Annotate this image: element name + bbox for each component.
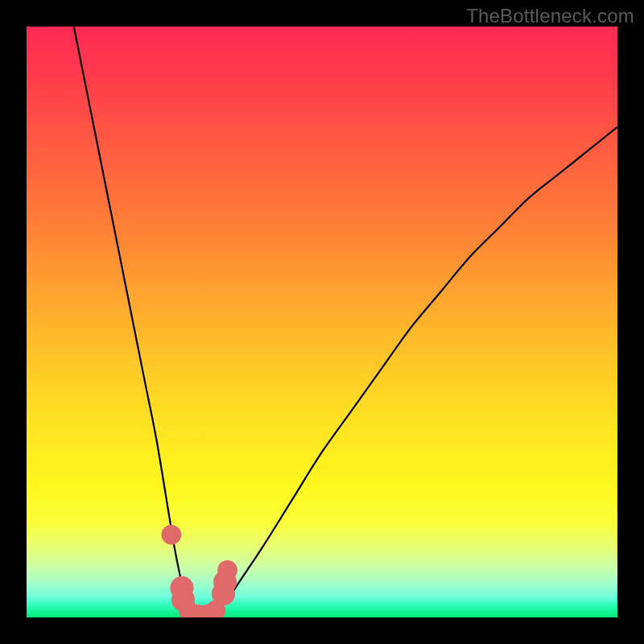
- plot-area: [27, 27, 617, 617]
- bottleneck-curve-svg: [27, 27, 617, 617]
- bottleneck-curve: [74, 27, 617, 617]
- curve-marker: [161, 525, 181, 545]
- watermark-text: TheBottleneck.com: [466, 5, 634, 27]
- curve-marker: [217, 560, 237, 580]
- chart-frame: TheBottleneck.com: [0, 0, 644, 644]
- curve-markers: [161, 525, 237, 617]
